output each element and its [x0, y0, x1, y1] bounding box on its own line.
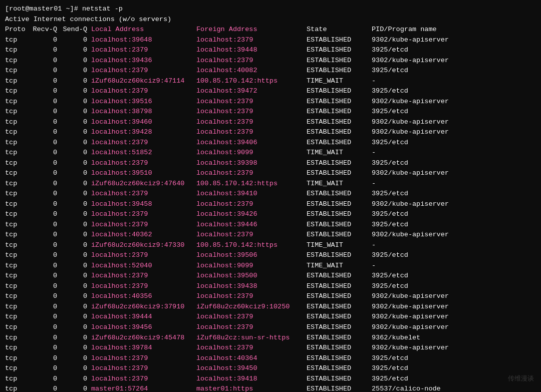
- table-row: tcp 0 0 localhost:2379 localhost:39426 E…: [5, 209, 536, 220]
- cell-state: ESTABLISHED: [307, 199, 372, 210]
- cell-pid: -: [372, 76, 376, 87]
- cell-pid: 25537/calico-node: [372, 384, 441, 392]
- table-row: tcp 0 0 localhost:39456 localhost:2379 E…: [5, 322, 536, 333]
- cell-proto: tcp: [5, 230, 26, 240]
- cell-recv: 0: [26, 148, 61, 158]
- cell-local: localhost:39784: [91, 343, 196, 353]
- cell-foreign: localhost:39438: [196, 281, 307, 292]
- cell-pid: 3925/etcd: [372, 66, 408, 76]
- cell-state: ESTABLISHED: [307, 220, 372, 230]
- cell-proto: tcp: [5, 86, 26, 97]
- prompt-line: [root@master01 ~]# netstat -p: [5, 4, 536, 15]
- cell-foreign: localhost:2379: [196, 168, 307, 179]
- cell-foreign: localhost:39472: [196, 86, 307, 97]
- cell-send: 0: [61, 291, 91, 302]
- cell-foreign: localhost:39426: [196, 209, 307, 220]
- table-row: tcp 0 0 localhost:2379 localhost:39448 E…: [5, 45, 536, 56]
- cell-local: localhost:2379: [91, 281, 196, 292]
- cell-pid: 3925/etcd: [372, 353, 408, 364]
- cell-foreign: localhost:2379: [196, 322, 307, 333]
- cell-pid: -: [372, 179, 376, 189]
- cell-send: 0: [61, 127, 91, 138]
- table-row: tcp 0 0 localhost:39428 localhost:2379 E…: [5, 127, 536, 138]
- table-row: tcp 0 0 localhost:38798 localhost:2379 E…: [5, 107, 536, 117]
- cell-proto: tcp: [5, 281, 26, 292]
- cell-recv: 0: [26, 363, 61, 374]
- cell-recv: 0: [26, 107, 61, 117]
- cell-foreign: localhost:2379: [196, 35, 307, 46]
- cell-local: iZuf68u2cz60kciz9:47114: [91, 76, 196, 87]
- table-row: tcp 0 0 localhost:2379 localhost:39406 E…: [5, 138, 536, 148]
- cell-send: 0: [61, 384, 91, 392]
- cell-foreign: localhost:39506: [196, 250, 307, 261]
- cell-pid: 3925/etcd: [372, 220, 408, 230]
- cell-state: ESTABLISHED: [307, 117, 372, 128]
- cell-proto: tcp: [5, 384, 26, 392]
- cell-pid: 9302/kube-apiserver: [372, 97, 449, 107]
- cell-pid: 9362/kubelet: [372, 333, 420, 343]
- cell-send: 0: [61, 107, 91, 117]
- cell-send: 0: [61, 343, 91, 353]
- cell-proto: tcp: [5, 35, 26, 46]
- cell-recv: 0: [26, 179, 61, 189]
- cell-recv: 0: [26, 281, 61, 292]
- cell-send: 0: [61, 117, 91, 128]
- cell-send: 0: [61, 86, 91, 97]
- cell-state: ESTABLISHED: [307, 138, 372, 148]
- table-row: tcp 0 0 localhost:39436 localhost:2379 E…: [5, 56, 536, 66]
- cell-proto: tcp: [5, 138, 26, 148]
- cell-foreign: master01:https: [196, 384, 307, 392]
- cell-proto: tcp: [5, 117, 26, 128]
- cell-local: localhost:40362: [91, 230, 196, 240]
- cell-pid: 9302/kube-apiserver: [372, 230, 449, 240]
- cell-local: iZuf68u2cz60kciz9:47330: [91, 240, 196, 251]
- cell-pid: 3925/etcd: [372, 138, 408, 148]
- cell-local: localhost:2379: [91, 189, 196, 199]
- cell-send: 0: [61, 353, 91, 364]
- cell-state: ESTABLISHED: [307, 271, 372, 281]
- cell-local: localhost:39456: [91, 322, 196, 333]
- table-row: tcp 0 0 localhost:2379 localhost:39410 E…: [5, 189, 536, 199]
- cell-state: ESTABLISHED: [307, 312, 372, 322]
- cell-state: TIME_WAIT: [307, 179, 372, 189]
- cell-proto: tcp: [5, 168, 26, 179]
- table-row: tcp 0 0 localhost:40362 localhost:2379 E…: [5, 230, 536, 240]
- cell-pid: 9302/kube-apiserver: [372, 168, 449, 179]
- cell-send: 0: [61, 97, 91, 107]
- cell-pid: 9302/kube-apiserver: [372, 291, 449, 302]
- cell-foreign: 100.85.170.142:https: [196, 76, 307, 87]
- cell-pid: 9302/kube-apiserver: [372, 302, 449, 312]
- cell-state: ESTABLISHED: [307, 168, 372, 179]
- cell-recv: 0: [26, 322, 61, 333]
- cell-recv: 0: [26, 250, 61, 261]
- cell-pid: 3925/etcd: [372, 86, 408, 97]
- cell-foreign: localhost:40082: [196, 66, 307, 76]
- cell-recv: 0: [26, 45, 61, 56]
- cell-state: ESTABLISHED: [307, 281, 372, 292]
- cell-state: TIME_WAIT: [307, 261, 372, 271]
- cell-state: TIME_WAIT: [307, 76, 372, 87]
- cell-foreign: localhost:2379: [196, 97, 307, 107]
- header-line: Proto Recv-Q Send-Q Local Address Foreig…: [5, 25, 536, 35]
- cell-state: ESTABLISHED: [307, 363, 372, 374]
- cell-local: localhost:39516: [91, 97, 196, 107]
- cell-pid: 3925/etcd: [372, 209, 408, 220]
- cell-send: 0: [61, 179, 91, 189]
- header-local: Local Address: [91, 25, 196, 35]
- cell-send: 0: [61, 333, 91, 343]
- cell-state: ESTABLISHED: [307, 353, 372, 364]
- cell-local: localhost:2379: [91, 86, 196, 97]
- cell-local: localhost:39458: [91, 199, 196, 210]
- cell-proto: tcp: [5, 363, 26, 374]
- table-row: tcp 0 0 localhost:39510 localhost:2379 E…: [5, 168, 536, 179]
- cell-send: 0: [61, 158, 91, 169]
- cell-foreign: localhost:9099: [196, 261, 307, 271]
- cell-recv: 0: [26, 158, 61, 169]
- cell-pid: 3925/etcd: [372, 281, 408, 292]
- cell-foreign: localhost:2379: [196, 56, 307, 66]
- table-row: tcp 0 0 iZuf68u2cz60kciz9:47330 100.85.1…: [5, 240, 536, 251]
- cell-foreign: localhost:2379: [196, 312, 307, 322]
- cell-proto: tcp: [5, 45, 26, 56]
- cell-local: localhost:2379: [91, 158, 196, 169]
- header-recv: Recv-Q: [26, 25, 61, 35]
